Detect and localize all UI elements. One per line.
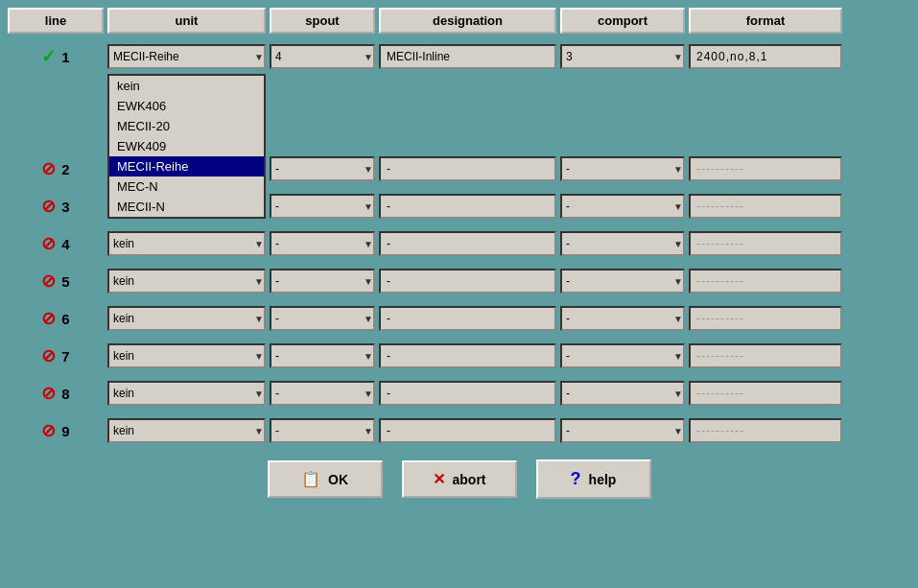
designation-field-9: - — [379, 418, 556, 443]
header-line-btn[interactable]: line — [8, 8, 104, 34]
row-indicator-4: ⊘ 4 — [8, 233, 104, 254]
spout-select-5[interactable]: - — [270, 269, 375, 294]
comport-select-wrapper-2[interactable]: - ▼ — [560, 156, 685, 181]
cancel-icon: ⊘ — [41, 420, 56, 441]
format-field-9: ---------- — [689, 418, 842, 443]
ok-icon: 📋 — [301, 470, 320, 488]
format-field-3: ---------- — [689, 194, 842, 219]
comport-select-7[interactable]: - — [560, 343, 685, 368]
header-designation-btn[interactable]: designation — [379, 8, 556, 34]
row-number-8: 8 — [61, 386, 69, 402]
table-row: ⊘ 9 kein ▼ - ▼ - - ▼ ---------- — [8, 413, 910, 448]
spout-select-7[interactable]: - — [270, 343, 375, 368]
spout-select-1[interactable]: 4 1235 — [270, 44, 375, 69]
unit-select-wrapper-8[interactable]: kein ▼ — [107, 381, 266, 406]
header-unit-btn[interactable]: unit — [107, 8, 266, 34]
comport-select-4[interactable]: - — [560, 231, 685, 256]
spout-select-wrapper-1[interactable]: 4 1235 ▼ — [270, 44, 375, 69]
data-rows: ✓ 1 MECII-Reihe kein EWK406 MECII-20 EWK… — [8, 39, 910, 448]
dropdown-item-kein[interactable]: kein — [109, 76, 264, 96]
spout-select-wrapper-4[interactable]: - ▼ — [270, 231, 375, 256]
comport-select-wrapper-6[interactable]: - ▼ — [560, 306, 685, 331]
unit-select-wrapper-5[interactable]: kein ▼ — [107, 269, 266, 294]
spout-select-wrapper-9[interactable]: - ▼ — [270, 418, 375, 443]
row-indicator-6: ⊘ 6 — [8, 308, 104, 329]
comport-select-wrapper-7[interactable]: - ▼ — [560, 343, 685, 368]
comport-select-wrapper-8[interactable]: - ▼ — [560, 381, 685, 406]
designation-field-8: - — [379, 381, 556, 406]
comport-select-9[interactable]: - — [560, 418, 685, 443]
abort-button[interactable]: ✕ abort — [402, 460, 517, 498]
main-container: line unit spout designation comport form… — [0, 0, 918, 588]
unit-select-wrapper-4[interactable]: kein ▼ — [107, 231, 266, 256]
comport-select-wrapper-3[interactable]: - ▼ — [560, 194, 685, 219]
unit-select-6[interactable]: kein — [107, 306, 266, 331]
help-label: help — [589, 472, 617, 487]
spout-select-2[interactable]: - — [270, 156, 375, 181]
unit-select-wrapper-6[interactable]: kein ▼ — [107, 306, 266, 331]
cancel-icon: ⊘ — [41, 233, 56, 254]
comport-select-8[interactable]: - — [560, 381, 685, 406]
unit-select-7[interactable]: kein — [107, 343, 266, 368]
spout-select-4[interactable]: - — [270, 231, 375, 256]
row-indicator-7: ⊘ 7 — [8, 345, 104, 366]
ok-label: OK — [328, 472, 348, 487]
dropdown-item-mecii20[interactable]: MECII-20 — [109, 116, 264, 136]
dropdown-item-ewk409[interactable]: EWK409 — [109, 136, 264, 156]
dropdown-item-ewk406[interactable]: EWK406 — [109, 96, 264, 116]
spout-select-wrapper-2[interactable]: - ▼ — [270, 156, 375, 181]
unit-dropdown-overlay: kein EWK406 MECII-20 EWK409 MECII-Reihe … — [107, 74, 266, 219]
help-button[interactable]: ? help — [536, 459, 651, 499]
unit-select-4[interactable]: kein — [107, 231, 266, 256]
spout-select-wrapper-3[interactable]: - ▼ — [270, 194, 375, 219]
comport-select-1[interactable]: 3 124 — [560, 44, 685, 69]
comport-select-6[interactable]: - — [560, 306, 685, 331]
row-number-2: 2 — [61, 161, 69, 177]
spout-select-wrapper-8[interactable]: - ▼ — [270, 381, 375, 406]
spout-select-3[interactable]: - — [270, 194, 375, 219]
unit-select-9[interactable]: kein — [107, 418, 266, 443]
row-indicator-8: ⊘ 8 — [8, 383, 104, 404]
spout-select-6[interactable]: - — [270, 306, 375, 331]
designation-field-5: - — [379, 269, 556, 294]
header-comport-btn[interactable]: comport — [560, 8, 685, 34]
dropdown-item-mecii-reihe[interactable]: MECII-Reihe — [109, 156, 264, 176]
cancel-icon: ⊘ — [41, 270, 56, 292]
table-row: ⊘ 7 kein ▼ - ▼ - - ▼ ---------- — [8, 339, 910, 373]
unit-select-1[interactable]: MECII-Reihe kein EWK406 MECII-20 EWK409 … — [107, 44, 266, 69]
comport-select-2[interactable]: - — [560, 156, 685, 181]
spout-select-wrapper-6[interactable]: - ▼ — [270, 306, 375, 331]
comport-select-3[interactable]: - — [560, 194, 685, 219]
unit-select-8[interactable]: kein — [107, 381, 266, 406]
format-field-8: ---------- — [689, 381, 842, 406]
header-format-btn[interactable]: format — [689, 8, 842, 34]
designation-field-6: - — [379, 306, 556, 331]
header-row: line unit spout designation comport form… — [8, 8, 910, 34]
row-indicator-9: ⊘ 9 — [8, 420, 104, 441]
unit-select-wrapper-1[interactable]: MECII-Reihe kein EWK406 MECII-20 EWK409 … — [107, 44, 266, 69]
unit-select-5[interactable]: kein — [107, 269, 266, 294]
spout-select-8[interactable]: - — [270, 381, 375, 406]
comport-select-wrapper-4[interactable]: - ▼ — [560, 231, 685, 256]
table-row: ⊘ 8 kein ▼ - ▼ - - ▼ ---------- — [8, 376, 910, 411]
row-indicator-3: ⊘ 3 — [8, 196, 104, 217]
format-field-1: 2400,no,8,1 — [689, 44, 842, 69]
spout-select-9[interactable]: - — [270, 418, 375, 443]
cancel-icon: ⊘ — [41, 383, 56, 404]
unit-select-wrapper-9[interactable]: kein ▼ — [107, 418, 266, 443]
format-field-7: ---------- — [689, 343, 842, 368]
dropdown-item-meciinn[interactable]: MECII-N — [109, 197, 264, 217]
spout-select-wrapper-5[interactable]: - ▼ — [270, 269, 375, 294]
row-number-7: 7 — [61, 348, 69, 365]
comport-select-wrapper-5[interactable]: - ▼ — [560, 269, 685, 294]
ok-button[interactable]: 📋 OK — [268, 460, 383, 498]
dropdown-item-mecn[interactable]: MEC-N — [109, 176, 264, 197]
spout-select-wrapper-7[interactable]: - ▼ — [270, 343, 375, 368]
comport-select-wrapper-9[interactable]: - ▼ — [560, 418, 685, 443]
comport-select-wrapper-1[interactable]: 3 124 ▼ — [560, 44, 685, 69]
table-row: ⊘ 4 kein ▼ - ▼ - - ▼ ---------- — [8, 226, 910, 261]
unit-select-wrapper-7[interactable]: kein ▼ — [107, 343, 266, 368]
header-spout-btn[interactable]: spout — [270, 8, 375, 34]
comport-select-5[interactable]: - — [560, 269, 685, 294]
row-number-3: 3 — [61, 199, 69, 215]
